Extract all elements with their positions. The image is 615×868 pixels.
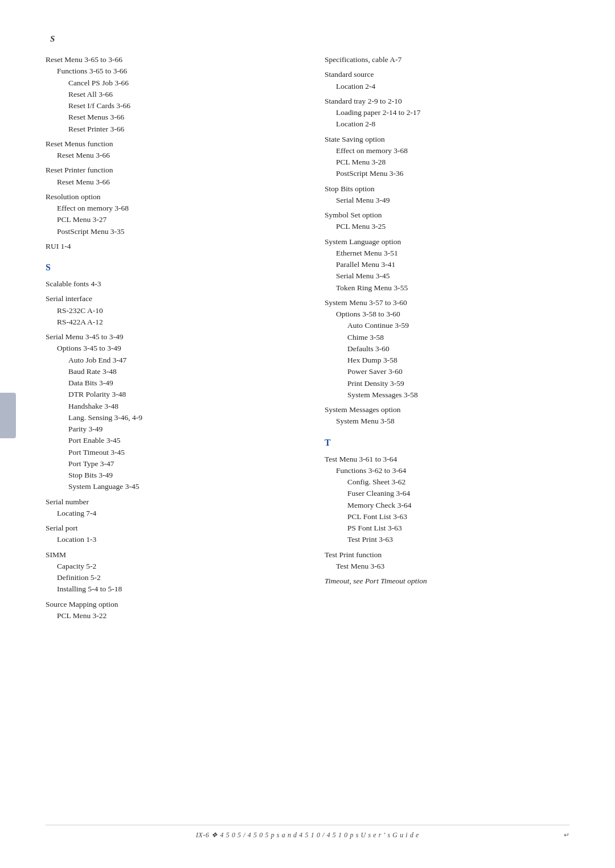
index-entry-system-messages: System Messages option System Menu 3-58: [325, 404, 569, 427]
index-entry-state-saving: State Saving option Effect on memory 3-6…: [325, 134, 569, 180]
index-entry-system-language: System Language option Ethernet Menu 3-5…: [325, 236, 569, 294]
index-entry-system-menu: System Menu 3-57 to 3-60 Options 3-58 to…: [325, 297, 569, 401]
index-entry-source-mapping: Source Mapping option PCL Menu 3-22: [46, 599, 290, 622]
index-entry-test-print-fn: Test Print function Test Menu 3-63: [325, 549, 569, 573]
index-entry-serial-number: Serial number Locating 7-4: [46, 496, 290, 520]
index-entry-standard-source: Standard source Location 2-4: [325, 69, 569, 92]
index-entry-standard-tray: Standard tray 2-9 to 2-10 Loading paper …: [325, 96, 569, 130]
index-entry-stop-bits: Stop Bits option Serial Menu 3-49: [325, 183, 569, 207]
index-entry-rui: RUI 1-4: [46, 241, 290, 252]
index-entry-reset-printer-fn: Reset Printer function Reset Menu 3-66: [46, 164, 290, 188]
index-two-col: Reset Menu 3-65 to 3-66 Functions 3-65 t…: [46, 54, 569, 625]
left-column: Reset Menu 3-65 to 3-66 Functions 3-65 t…: [46, 54, 290, 625]
index-entry-simm: SIMM Capacity 5-2 Definition 5-2 Install…: [46, 549, 290, 595]
index-entry-serial-port: Serial port Location 1-3: [46, 523, 290, 546]
index-entry-serial-interface: Serial interface RS-232C A-10 RS-422A A-…: [46, 293, 290, 328]
section-header-t: T: [325, 438, 569, 448]
page-content: S Reset Menu 3-65 to 3-66 Functions 3-65…: [46, 34, 569, 625]
corner-mark: ↵: [564, 831, 569, 840]
index-entry-resolution: Resolution option Effect on memory 3-68 …: [46, 191, 290, 237]
index-entry-timeout: Timeout, see Port Timeout option: [325, 575, 569, 587]
page-footer: IX-6 ❖ 4 5 0 5 / 4 5 0 5 p s a n d 4 5 1…: [46, 825, 569, 840]
tab-marker: [0, 393, 16, 438]
index-entry-specifications: Specifications, cable A-7: [325, 54, 569, 65]
index-entry-test-menu: Test Menu 3-61 to 3-64 Functions 3-62 to…: [325, 454, 569, 546]
section-letter-s-top: S: [50, 34, 569, 44]
index-entry-reset-menus-fn: Reset Menus function Reset Menu 3-66: [46, 138, 290, 162]
footer-text: IX-6 ❖ 4 5 0 5 / 4 5 0 5 p s a n d 4 5 1…: [196, 831, 419, 840]
index-entry-reset-menu: Reset Menu 3-65 to 3-66 Functions 3-65 t…: [46, 54, 290, 135]
index-entry-symbol-set: Symbol Set option PCL Menu 3-25: [325, 209, 569, 233]
section-header-s: S: [46, 262, 290, 273]
index-entry-serial-menu: Serial Menu 3-45 to 3-49 Options 3-45 to…: [46, 331, 290, 493]
right-column: Specifications, cable A-7 Standard sourc…: [325, 54, 569, 625]
index-entry-scalable-fonts: Scalable fonts 4-3: [46, 278, 290, 290]
